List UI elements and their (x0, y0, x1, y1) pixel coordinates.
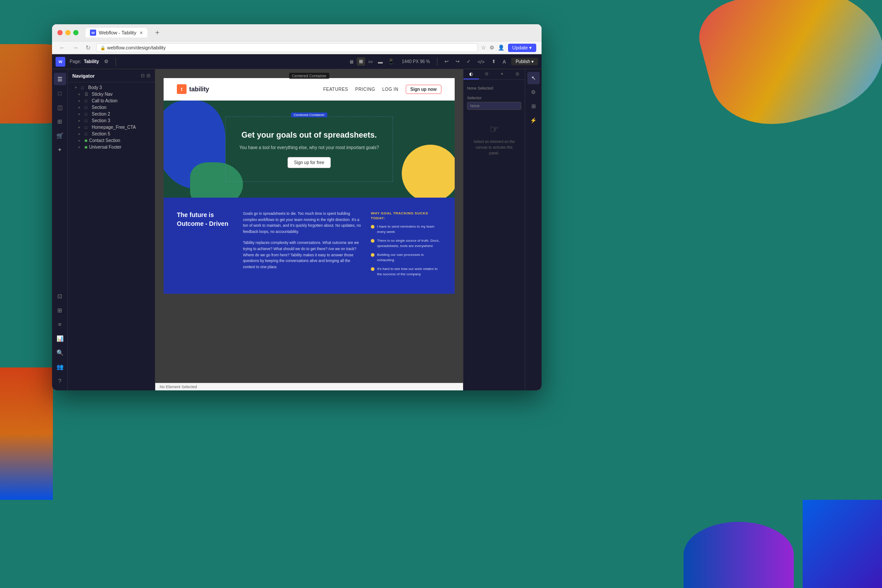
nav-item-section[interactable]: ▸ □ Section (68, 104, 155, 111)
nav-element-icon: □ (85, 119, 90, 123)
sidebar-assets-icon[interactable]: ◫ (54, 101, 66, 113)
profile-icon[interactable]: 👤 (498, 45, 505, 51)
code-button[interactable]: </> (475, 58, 487, 66)
nav-item-label: Call to Action (92, 98, 117, 103)
panel-content: None Selected Selector None ☞ Select an … (463, 80, 525, 390)
list-item-text: It's hard to see how our work relates to… (377, 266, 441, 277)
nav-link-pricing[interactable]: PRICING (355, 87, 375, 92)
toolbar-separator (116, 58, 116, 66)
nav-link-login[interactable]: LOG IN (382, 87, 399, 92)
address-bar[interactable]: 🔒 webflow.com/design/tability (96, 43, 478, 52)
tablet-landscape-button[interactable]: ▭ (366, 57, 375, 66)
grid-tab[interactable]: ⊞ (509, 69, 525, 79)
back-button[interactable]: ← (57, 43, 67, 52)
nav-link-features[interactable]: FEATURES (323, 87, 348, 92)
nav-arrow-icon: ▸ (78, 105, 83, 109)
sidebar-grid-icon[interactable]: ⊞ (54, 304, 66, 316)
viewport-buttons: 🖥 ⊞ ▭ ▬ 📱 (347, 57, 396, 66)
extensions-icon[interactable]: ⚙ (490, 45, 494, 51)
navigator-tree: ▾ □ Body 3 ▸ ☰ Sticky Nav ▸ □ Call to Ac… (68, 82, 155, 390)
webflow-logo: W (56, 57, 65, 67)
minimize-button[interactable] (65, 30, 71, 35)
navigator-title: Navigator (72, 73, 95, 79)
nav-item-label: Body 3 (88, 85, 102, 90)
sidebar-rulers-icon[interactable]: ≡ (54, 318, 66, 330)
nav-item-label: Section 5 (92, 131, 110, 136)
settings-tab[interactable]: ⚙ (479, 69, 494, 79)
selector-input[interactable]: None (467, 102, 521, 110)
grid-tool-button[interactable]: ⊞ (527, 100, 540, 112)
status-bar: No Element Selected (155, 383, 463, 390)
page-name: Tability (84, 59, 99, 64)
nav-item-homepage-cta[interactable]: ▸ □ Homepage_Free_CTA (68, 124, 155, 131)
sidebar-cms-icon[interactable]: ⊞ (54, 115, 66, 127)
maximize-button[interactable] (73, 30, 78, 35)
canvas-label: Centered Container (289, 73, 329, 79)
site-logo: t tability (177, 84, 209, 94)
sidebar-ecommerce-icon[interactable]: 🛒 (54, 129, 66, 142)
bookmark-icon[interactable]: ☆ (481, 45, 486, 51)
none-selected-label: None Selected (467, 86, 493, 90)
nav-element-icon: □ (81, 86, 86, 90)
nav-item-label: Section (92, 105, 106, 110)
navigator-expand-icon[interactable]: ⊞ (146, 73, 150, 79)
browser-chrome: W Webflow - Tability ✕ + ← → ↻ 🔒 webflow… (52, 24, 542, 54)
sidebar-users-icon[interactable]: 👥 (54, 360, 66, 373)
sidebar-interactions-icon[interactable]: ✦ (54, 143, 66, 156)
mobile-portrait-button[interactable]: 📱 (386, 57, 396, 66)
hero-shape-yellow (402, 145, 455, 198)
nav-arrow-icon: ▸ (78, 145, 83, 149)
style-tab[interactable]: ◐ (463, 69, 479, 79)
forward-button[interactable]: → (71, 43, 80, 52)
section2-middle-col: Goals go in spreadsheets to die. Too muc… (243, 211, 362, 281)
hero-container[interactable]: Centered Container Get your goals out of… (225, 116, 393, 181)
reload-button[interactable]: ↻ (84, 43, 93, 52)
sidebar-chart-icon[interactable]: 📊 (54, 332, 66, 345)
nav-element-icon: □ (85, 112, 90, 116)
canvas[interactable]: Centered Container t tability FEATURES P… (155, 69, 463, 390)
nav-item-sticky-nav[interactable]: ▸ ☰ Sticky Nav (68, 91, 155, 97)
check-icon: ✓ (464, 57, 473, 66)
nav-arrow-icon: ▸ (78, 119, 83, 123)
redo-button[interactable]: ↪ (453, 57, 462, 66)
sidebar-help-icon[interactable]: ? (54, 375, 66, 387)
tablet-viewport-button[interactable]: ⊞ (357, 57, 365, 66)
mobile-landscape-button[interactable]: ▬ (376, 58, 385, 66)
right-panel: ◐ ⚙ ✦ ⊞ None Selected Selector None ☞ Se… (463, 69, 525, 390)
close-button[interactable] (57, 30, 63, 35)
new-tab-button[interactable]: + (153, 28, 162, 37)
site-nav-cta-button[interactable]: Sign up now (406, 85, 441, 94)
sidebar-search-icon[interactable]: 🔍 (54, 346, 66, 359)
site-nav: t tability FEATURES PRICING LOG IN Sign … (164, 78, 455, 101)
nav-item-label: Sticky Nav (92, 92, 112, 97)
nav-element-icon: □ (85, 132, 90, 136)
interactions-tab[interactable]: ✦ (494, 69, 510, 79)
nav-item-cta[interactable]: ▸ □ Call to Action (68, 97, 155, 104)
undo-button[interactable]: ↩ (442, 57, 451, 66)
desktop-viewport-button[interactable]: 🖥 (347, 58, 356, 66)
sidebar-navigator-icon[interactable]: ☰ (54, 73, 66, 85)
select-tool-button[interactable]: ↖ (527, 72, 540, 84)
nav-item-label: Contact Section (89, 138, 120, 143)
export-button[interactable]: ⬆ (489, 57, 498, 66)
sidebar-pages-icon[interactable]: □ (54, 87, 66, 99)
hero-cta-button[interactable]: Sign up for free (288, 157, 331, 168)
lightning-tool-button[interactable]: ⚡ (527, 114, 540, 127)
nav-item-section2[interactable]: ▸ □ Section 2 (68, 111, 155, 117)
update-button[interactable]: Update ▾ (508, 44, 536, 52)
font-button[interactable]: A (500, 58, 508, 66)
tab-close-icon[interactable]: ✕ (139, 30, 143, 35)
settings-tool-button[interactable]: ⚙ (527, 86, 540, 98)
nav-item-section5[interactable]: ▸ □ Section 5 (68, 131, 155, 137)
nav-item-body3[interactable]: ▾ □ Body 3 (68, 84, 155, 91)
publish-button[interactable]: Publish ▾ (511, 58, 538, 65)
settings-icon[interactable]: ⚙ (101, 57, 111, 66)
traffic-lights (57, 30, 78, 35)
nav-item-universal-footer[interactable]: ▸ Universal Footer (68, 144, 155, 150)
navigator-collapse-icon[interactable]: ⊟ (141, 73, 145, 79)
nav-item-section3[interactable]: ▸ □ Section 3 (68, 117, 155, 124)
nav-item-contact-section[interactable]: ▸ Contact Section (68, 137, 155, 144)
list-item-text: Building our own processes is exhausting (377, 252, 441, 263)
browser-tab[interactable]: W Webflow - Tability ✕ (86, 28, 147, 37)
sidebar-resize-icon[interactable]: ⊡ (54, 290, 66, 302)
